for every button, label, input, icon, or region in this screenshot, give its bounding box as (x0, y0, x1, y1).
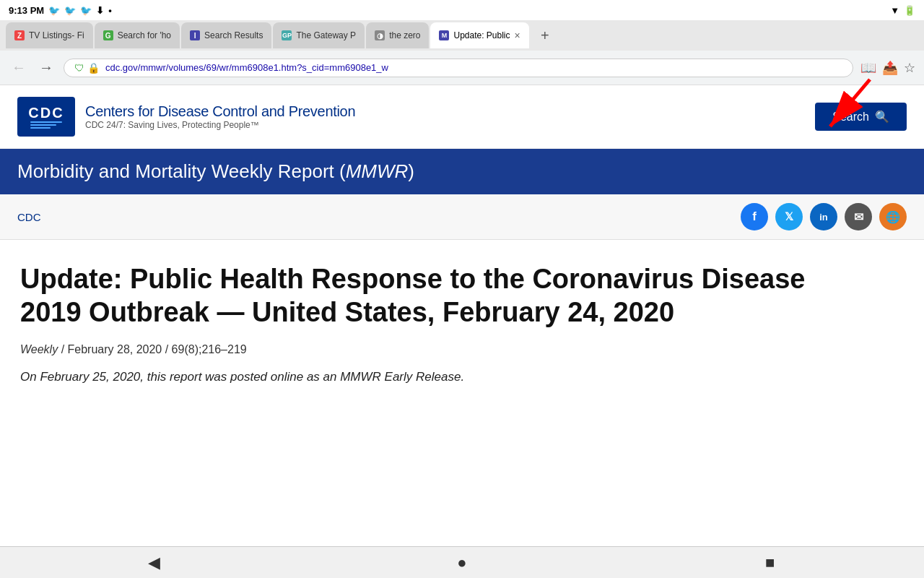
wifi-icon: ▼ (890, 5, 899, 16)
tab-zero[interactable]: ◑ the zero (366, 22, 429, 48)
tab-label-1: TV Listings- Fi (29, 30, 84, 40)
tab-favicon-2: G (103, 30, 113, 40)
cdc-logo: CDC (17, 97, 75, 137)
shield-icon: 🛡 (74, 62, 84, 74)
status-bar: 9:13 PM 🐦 🐦 🐦 ⬇ • ▼ 🔋 (0, 0, 924, 20)
article-abstract-preview: On February 25, 2020, this report was po… (20, 368, 904, 387)
cdc-title-area: Centers for Disease Control and Preventi… (85, 103, 355, 130)
recent-square-icon: ■ (765, 553, 775, 572)
breadcrumb-link[interactable]: CDC (17, 211, 41, 223)
bottom-recent-button[interactable]: ■ (749, 553, 792, 572)
back-triangle-icon: ◀ (148, 553, 160, 572)
email-icon: ✉ (854, 210, 863, 224)
cdc-header: CDC Centers for Disease Control and Prev… (0, 85, 924, 149)
cdc-line-2 (30, 124, 56, 126)
forward-button[interactable]: → (36, 59, 56, 76)
mmwr-banner: Morbidity and Mortality Weekly Report (M… (0, 149, 924, 194)
article-separator-2: / (165, 343, 172, 355)
tab-gateway[interactable]: GP The Gateway P (273, 22, 365, 48)
cdc-line-3 (30, 127, 51, 129)
share-icon[interactable]: 📤 (882, 60, 898, 76)
email-share-button[interactable]: ✉ (845, 203, 872, 230)
bottom-home-button[interactable]: ● (440, 553, 484, 572)
mmwr-text-italic: MMWR (346, 160, 409, 182)
cdc-search-label: Search (832, 111, 869, 124)
bottom-back-button[interactable]: ◀ (132, 553, 175, 572)
article-title: Update: Public Health Response to the Co… (20, 263, 814, 329)
url-security-icons: 🛡 🔒 (74, 62, 100, 74)
tab-label-3: Search Results (204, 30, 263, 40)
download-icon: ⬇ (96, 5, 104, 16)
tab-search-results[interactable]: I Search Results (181, 22, 271, 48)
cdc-logo-text: CDC (28, 105, 64, 120)
tab-favicon-3: I (190, 30, 200, 40)
dot-icon: • (108, 5, 112, 16)
twitter-icon2: 🐦 (64, 5, 76, 16)
twitter-share-button[interactable]: 𝕏 (775, 203, 803, 230)
tab-tv-listings[interactable]: Z TV Listings- Fi (6, 22, 93, 48)
tab-favicon-5: ◑ (375, 30, 385, 40)
battery-icon: 🔋 (904, 5, 915, 16)
new-tab-button[interactable]: + (533, 24, 557, 47)
linkedin-share-button[interactable]: in (810, 203, 837, 230)
cdc-line-1 (30, 121, 62, 123)
cdc-full-name: Centers for Disease Control and Preventi… (85, 103, 355, 120)
linkedin-icon: in (819, 212, 828, 223)
mmwr-text-before: Morbidity and Mortality Weekly Report ( (17, 160, 346, 182)
twitter-icon1: 🐦 (48, 5, 60, 16)
tab-favicon-4: GP (282, 30, 292, 40)
tab-bar: Z TV Listings- Fi G Search for 'ho I Sea… (0, 20, 924, 51)
status-left: 9:13 PM 🐦 🐦 🐦 ⬇ • (9, 5, 112, 16)
article-volume: 69(8);216–219 (172, 343, 247, 355)
cdc-logo-decoration (30, 121, 62, 129)
status-right: ▼ 🔋 (890, 5, 915, 16)
cdc-tagline: CDC 24/7: Saving Lives, Protecting Peopl… (85, 120, 355, 130)
url-bar[interactable]: 🛡 🔒 cdc.gov/mmwr/volumes/69/wr/mm6908e1.… (64, 59, 853, 77)
tab-label-4: The Gateway P (296, 30, 356, 40)
reader-mode-icon[interactable]: 📖 (860, 60, 876, 76)
facebook-icon: f (752, 210, 757, 224)
tab-search-for[interactable]: G Search for 'ho (95, 22, 180, 48)
tab-close-button[interactable]: × (515, 30, 520, 41)
cdc-logo-area: CDC Centers for Disease Control and Prev… (17, 97, 355, 137)
globe-icon: 🌐 (886, 210, 900, 224)
social-icons: f 𝕏 in ✉ 🌐 (741, 203, 907, 230)
breadcrumb-row: CDC f 𝕏 in ✉ 🌐 (0, 194, 924, 240)
article-separator-1: / (61, 343, 68, 355)
status-time: 9:13 PM (9, 5, 44, 16)
bottom-nav: ◀ ● ■ (0, 546, 924, 578)
article-meta: Weekly / February 28, 2020 / 69(8);216–2… (20, 343, 904, 356)
twitter-share-icon: 𝕏 (785, 210, 793, 223)
tab-label-5: the zero (389, 30, 420, 40)
address-actions: 📖 📤 ☆ (860, 60, 915, 76)
mmwr-text-after: ) (408, 160, 414, 182)
back-button[interactable]: ← (9, 59, 29, 76)
article-date: February 28, 2020 (68, 343, 162, 355)
bookmark-icon[interactable]: ☆ (904, 60, 915, 76)
tab-favicon-1: Z (14, 30, 25, 40)
tab-label-6: Update: Public (453, 30, 510, 40)
globe-share-button[interactable]: 🌐 (879, 203, 907, 230)
search-icon: 🔍 (875, 110, 889, 124)
article-journal: Weekly (20, 343, 58, 355)
tab-update-public[interactable]: M Update: Public × (430, 22, 528, 48)
home-circle-icon: ● (457, 553, 466, 572)
tab-label-2: Search for 'ho (118, 30, 171, 40)
address-bar: ← → 🛡 🔒 cdc.gov/mmwr/volumes/69/wr/mm690… (0, 51, 924, 85)
cdc-search-button[interactable]: Search 🔍 (815, 103, 907, 131)
twitter-icon3: 🐦 (80, 5, 92, 16)
article-content: Update: Public Health Response to the Co… (0, 240, 924, 401)
facebook-share-button[interactable]: f (741, 203, 768, 230)
lock-icon: 🔒 (87, 62, 100, 74)
tab-favicon-6: M (439, 30, 449, 40)
url-text: cdc.gov/mmwr/volumes/69/wr/mm6908e1.htm?… (105, 62, 842, 73)
